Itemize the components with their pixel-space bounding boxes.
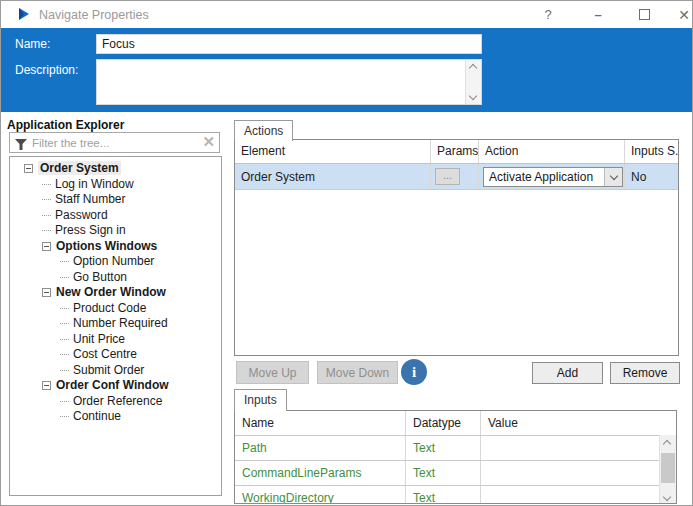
tree-item-log-in-window[interactable]: Log in Window (10, 177, 221, 193)
tree-item-order-reference[interactable]: Order Reference (10, 394, 221, 410)
tree-item-press-sign-in[interactable]: Press Sign in (10, 223, 221, 239)
tree-item-option-number[interactable]: Option Number (10, 254, 221, 270)
app-logo-icon (17, 7, 31, 25)
actions-table: Element Params Action Inputs S... Order … (234, 139, 679, 356)
tree-item-order-conf-window[interactable]: Order Conf Window (10, 378, 221, 394)
action-inputs-set-cell: No (624, 164, 678, 189)
application-explorer-tree: Order System Log in Window Staff Number … (9, 156, 222, 496)
description-label: Description: (15, 63, 78, 77)
application-explorer-title: Application Explorer (7, 118, 124, 132)
col-element: Element (235, 140, 430, 163)
scroll-down-icon[interactable] (663, 493, 671, 501)
close-icon[interactable]: ✕ (673, 6, 693, 24)
col-value: Value (480, 411, 676, 435)
input-row-path[interactable]: Path Text (235, 435, 676, 460)
tree-item-submit-order[interactable]: Submit Order (10, 363, 221, 379)
collapse-icon[interactable] (24, 164, 33, 173)
params-button[interactable]: ... (435, 168, 460, 185)
col-action: Action (478, 140, 624, 163)
move-up-button[interactable]: Move Up (236, 361, 309, 384)
info-icon[interactable]: i (401, 359, 427, 385)
scroll-up-icon[interactable] (469, 64, 477, 72)
action-dropdown-value: Activate Application (489, 170, 593, 184)
help-icon[interactable]: ? (537, 6, 559, 24)
value-cell[interactable] (480, 436, 676, 460)
scroll-up-icon[interactable] (663, 440, 671, 448)
remove-button[interactable]: Remove (610, 362, 680, 384)
move-down-button[interactable]: Move Down (317, 361, 398, 384)
tree-item-password[interactable]: Password (10, 208, 221, 224)
actions-table-header: Element Params Action Inputs S... (235, 140, 678, 164)
inputs-scrollbar[interactable] (659, 435, 676, 504)
col-inputs-set: Inputs S... (624, 140, 678, 163)
filter-input[interactable] (32, 134, 192, 151)
input-row-commandlineparams[interactable]: CommandLineParams Text (235, 460, 676, 485)
collapse-icon[interactable] (42, 242, 51, 251)
tree-item-new-order-window[interactable]: New Order Window (10, 285, 221, 301)
name-label: Name: (15, 37, 50, 51)
inputs-table-header: Name Datatype Value (235, 411, 676, 435)
minimize-icon[interactable]: – (587, 6, 609, 24)
col-params: Params (430, 140, 478, 163)
tree-item-continue[interactable]: Continue (10, 409, 221, 425)
tree-item-staff-number[interactable]: Staff Number (10, 192, 221, 208)
description-field[interactable] (97, 60, 465, 104)
scroll-down-icon[interactable] (469, 92, 477, 100)
title-bar: Navigate Properties ? – ✕ (1, 1, 692, 28)
filter-clear-icon[interactable]: ✕ (202, 133, 215, 151)
description-scrollbar[interactable] (465, 60, 481, 104)
input-row-workingdirectory[interactable]: WorkingDirectory Text (235, 485, 676, 504)
maximize-glyph (639, 9, 650, 20)
tree-item-options-windows[interactable]: Options Windows (10, 239, 221, 255)
scrollbar-thumb[interactable] (661, 453, 675, 483)
tree-item-number-required[interactable]: Number Required (10, 316, 221, 332)
value-cell[interactable] (480, 486, 676, 504)
tab-actions[interactable]: Actions (234, 120, 293, 141)
col-datatype: Datatype (405, 411, 480, 435)
name-field[interactable] (96, 34, 482, 54)
action-dropdown[interactable]: Activate Application (483, 167, 623, 187)
value-cell[interactable] (480, 461, 676, 485)
action-element-cell: Order System (235, 164, 430, 189)
tree-filter-box: ✕ (9, 132, 220, 153)
collapse-icon[interactable] (42, 381, 51, 390)
tree-item-product-code[interactable]: Product Code (10, 301, 221, 317)
tree-item-cost-centre[interactable]: Cost Centre (10, 347, 221, 363)
maximize-icon[interactable] (633, 6, 655, 24)
add-button[interactable]: Add (532, 362, 603, 384)
collapse-icon[interactable] (42, 288, 51, 297)
tree-item-unit-price[interactable]: Unit Price (10, 332, 221, 348)
navigate-properties-dialog: Navigate Properties ? – ✕ Name: Descript… (0, 0, 693, 506)
filter-funnel-icon (15, 137, 28, 155)
properties-header: Name: Description: (1, 28, 692, 112)
col-name: Name (235, 411, 405, 435)
tree-item-go-button[interactable]: Go Button (10, 270, 221, 286)
action-row-order-system[interactable]: Order System ... Activate Application No (235, 164, 678, 190)
tab-inputs[interactable]: Inputs (234, 389, 287, 411)
chevron-down-icon[interactable] (604, 168, 622, 186)
inputs-table: Name Datatype Value Path Text CommandLin… (234, 410, 677, 504)
description-field-wrap (96, 59, 482, 105)
tree-item-order-system[interactable]: Order System (10, 161, 221, 177)
window-title: Navigate Properties (39, 8, 149, 22)
